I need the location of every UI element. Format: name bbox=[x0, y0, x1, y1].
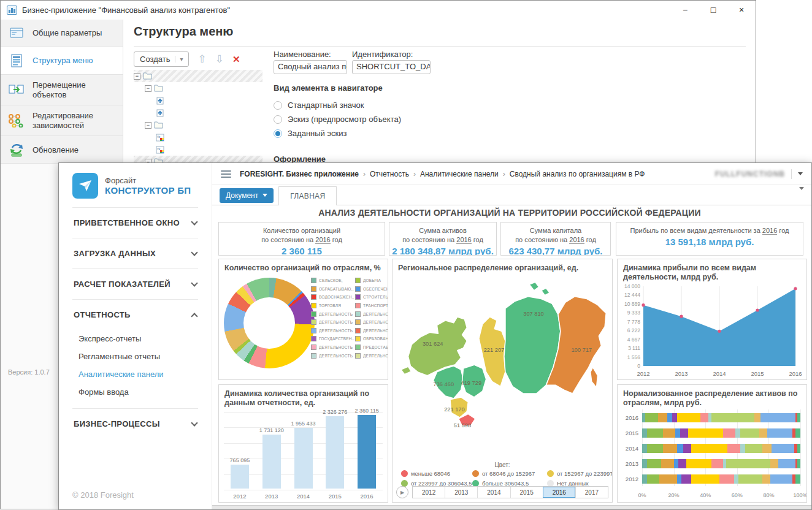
tree-item[interactable]: − bbox=[134, 70, 262, 82]
radio-icon[interactable] bbox=[274, 115, 282, 124]
timeline-year-2013[interactable]: 2013 bbox=[445, 487, 477, 498]
stack-segment[interactable] bbox=[719, 474, 733, 484]
stack-segment[interactable] bbox=[691, 444, 727, 453]
minimize-icon[interactable]: − bbox=[671, 1, 699, 19]
create-button[interactable]: Создать ▾ bbox=[134, 51, 189, 67]
timeline-year-2015[interactable]: 2015 bbox=[510, 487, 543, 498]
collapse-icon[interactable]: − bbox=[134, 73, 140, 80]
stack-segment[interactable] bbox=[735, 428, 740, 438]
stack-segment[interactable] bbox=[797, 459, 800, 468]
stack-segment[interactable] bbox=[795, 474, 800, 484]
russia-map[interactable]: 301 624736 460419 729221 17051 598221 20… bbox=[395, 276, 611, 460]
stack-segment[interactable] bbox=[759, 428, 767, 438]
menu-section-header[interactable]: ЗАГРУЗКА ДАННЫХ bbox=[72, 238, 198, 268]
stack-segment[interactable] bbox=[772, 444, 794, 453]
stack-segment[interactable] bbox=[740, 428, 759, 438]
stack-segment[interactable] bbox=[726, 459, 770, 468]
kpi-year-link[interactable]: 2016 bbox=[569, 236, 584, 244]
timeline-year-2014[interactable]: 2014 bbox=[477, 487, 510, 498]
bar-2016[interactable] bbox=[358, 415, 376, 489]
stack-segment[interactable] bbox=[795, 428, 800, 438]
timeline-year-2017[interactable]: 2017 bbox=[575, 487, 608, 498]
timeline-year-2016[interactable]: 2016 bbox=[543, 487, 575, 498]
radio-icon[interactable] bbox=[274, 101, 282, 110]
stack-segment[interactable] bbox=[711, 413, 754, 422]
toolbar-caret-icon[interactable] bbox=[799, 190, 804, 201]
stack-segment[interactable] bbox=[642, 444, 647, 453]
stack-segment[interactable] bbox=[672, 413, 677, 422]
stack-segment[interactable] bbox=[677, 444, 683, 453]
stack-segment[interactable] bbox=[681, 474, 691, 484]
sidebar-item-1[interactable]: Общие параметры bbox=[1, 20, 123, 47]
stack-segment[interactable] bbox=[688, 428, 723, 438]
menu-item-аналитические-панели[interactable]: Аналитические панели bbox=[79, 365, 198, 383]
stack-segment[interactable] bbox=[762, 474, 770, 484]
stack-segment[interactable] bbox=[767, 428, 792, 438]
tab-main[interactable]: ГЛАВНАЯ bbox=[278, 186, 337, 205]
stack-segment[interactable] bbox=[797, 413, 800, 422]
menu-section-header[interactable]: ПРИВЕТСТВЕННОЕ ОКНО bbox=[72, 208, 198, 238]
bar-2015[interactable] bbox=[326, 416, 344, 489]
stack-segment[interactable] bbox=[754, 413, 760, 422]
stack-segment[interactable] bbox=[740, 444, 745, 453]
bar-2014[interactable] bbox=[294, 428, 313, 489]
id-input[interactable]: SHORTCUT_TO_DASH bbox=[352, 60, 431, 74]
timeline-year-2012[interactable]: 2012 bbox=[413, 487, 445, 498]
stack-segment[interactable] bbox=[642, 428, 647, 438]
stack-segment[interactable] bbox=[661, 459, 674, 468]
stack-segment[interactable] bbox=[659, 474, 676, 484]
map-region[interactable] bbox=[591, 367, 598, 387]
breadcrumb-item[interactable]: FORESIGHT. Бизнес приложение bbox=[240, 170, 359, 178]
sidebar-item-4[interactable]: Редактирование зависимостей bbox=[1, 105, 123, 136]
stack-segment[interactable] bbox=[691, 474, 719, 484]
radio-option-3[interactable]: Заданный эскиз bbox=[274, 129, 347, 138]
stack-segment[interactable] bbox=[797, 444, 800, 453]
stack-segment[interactable] bbox=[677, 413, 701, 422]
stack-segment[interactable] bbox=[723, 428, 736, 438]
hamburger-icon[interactable] bbox=[221, 170, 231, 178]
stack-segment[interactable] bbox=[647, 459, 661, 468]
bar-2013[interactable] bbox=[262, 435, 281, 489]
tree-item[interactable]: − bbox=[134, 82, 262, 94]
radio-option-2[interactable]: Эскиз (предпросмотр объекта) bbox=[274, 115, 401, 124]
stack-segment[interactable] bbox=[658, 413, 667, 422]
breadcrumb-item[interactable]: Отчетность bbox=[370, 170, 409, 178]
delete-icon[interactable]: ✕ bbox=[232, 55, 240, 64]
breadcrumb-item[interactable]: Аналитические панели bbox=[420, 170, 499, 178]
tree-item[interactable]: fx bbox=[134, 131, 262, 143]
stack-segment[interactable] bbox=[770, 474, 792, 484]
stack-segment[interactable] bbox=[667, 413, 672, 422]
map-region[interactable] bbox=[401, 367, 412, 375]
map-region[interactable] bbox=[542, 288, 550, 295]
move-up-icon[interactable]: ⇧ bbox=[197, 54, 206, 64]
radio-icon[interactable] bbox=[274, 129, 282, 138]
user-menu-caret-icon[interactable] bbox=[798, 172, 803, 175]
stack-segment[interactable] bbox=[770, 459, 778, 468]
menu-item-экспресс-отчеты[interactable]: Экспресс-отчеты bbox=[79, 330, 198, 348]
stack-segment[interactable] bbox=[683, 444, 691, 453]
stack-segment[interactable] bbox=[734, 474, 739, 484]
kpi-year-link[interactable]: 2016 bbox=[315, 236, 330, 244]
horizontal-scrollbar[interactable] bbox=[212, 505, 811, 509]
menu-section-header[interactable]: ОТЧЕТНОСТЬ bbox=[72, 300, 198, 330]
stack-segment[interactable] bbox=[647, 474, 660, 484]
collapse-icon[interactable]: − bbox=[145, 85, 151, 92]
move-down-icon[interactable]: ⇩ bbox=[215, 54, 224, 64]
stack-segment[interactable] bbox=[727, 444, 740, 453]
stack-segment[interactable] bbox=[642, 474, 647, 484]
stack-segment[interactable] bbox=[711, 459, 722, 468]
stack-segment[interactable] bbox=[778, 459, 795, 468]
menu-section-header[interactable]: БИЗНЕС-ПРОЦЕССЫ bbox=[72, 409, 198, 439]
bar-2012[interactable] bbox=[231, 465, 249, 489]
document-menu-button[interactable]: Документ bbox=[220, 188, 274, 203]
tree-item[interactable]: − bbox=[134, 119, 262, 131]
stack-segment[interactable] bbox=[647, 428, 663, 438]
kpi-year-link[interactable]: 2016 bbox=[456, 236, 471, 244]
maximize-icon[interactable]: □ bbox=[699, 1, 727, 19]
stack-segment[interactable] bbox=[745, 444, 762, 453]
stack-segment[interactable] bbox=[647, 444, 663, 453]
radio-option-1[interactable]: Стандартный значок bbox=[274, 101, 364, 110]
stack-segment[interactable] bbox=[645, 413, 658, 422]
play-button[interactable]: ▶ bbox=[396, 486, 408, 498]
tree-item[interactable]: fx bbox=[134, 143, 262, 156]
